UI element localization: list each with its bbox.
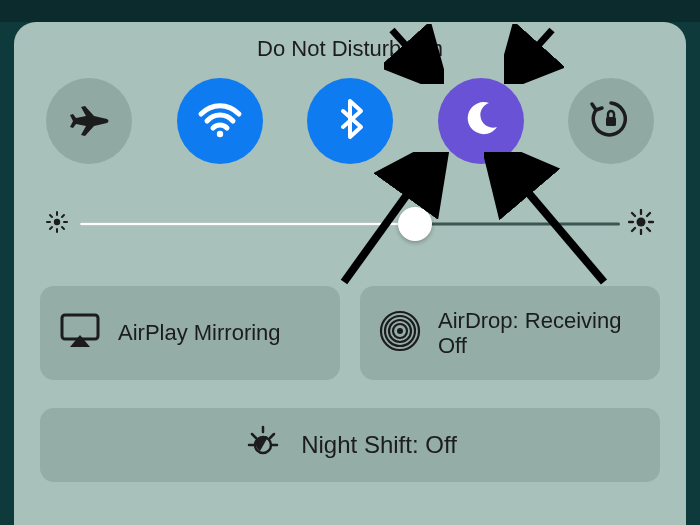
airdrop-label: AirDrop: Receiving Off [438, 308, 642, 359]
bluetooth-toggle[interactable] [307, 78, 393, 164]
airplane-mode-toggle[interactable] [46, 78, 132, 164]
airdrop-button[interactable]: AirDrop: Receiving Off [360, 286, 660, 380]
moon-icon [459, 97, 503, 145]
control-center-panel: Do Not Disturb: On [14, 22, 686, 525]
svg-line-30 [252, 434, 256, 438]
svg-point-2 [54, 219, 60, 225]
brightness-slider[interactable] [50, 200, 650, 248]
night-shift-icon [243, 423, 283, 467]
svg-line-8 [62, 227, 64, 229]
wifi-icon [195, 94, 245, 148]
svg-line-7 [50, 215, 52, 217]
svg-line-9 [50, 227, 52, 229]
brightness-thumb[interactable] [398, 207, 432, 241]
svg-point-21 [397, 328, 403, 334]
svg-point-0 [216, 131, 222, 137]
night-shift-button[interactable]: Night Shift: Off [40, 408, 660, 482]
svg-rect-1 [606, 117, 616, 126]
do-not-disturb-toggle[interactable] [438, 78, 524, 164]
svg-line-19 [647, 213, 650, 216]
svg-line-31 [270, 434, 274, 438]
svg-line-18 [632, 228, 635, 231]
airdrop-icon [378, 309, 422, 357]
brightness-high-icon [628, 209, 654, 239]
brightness-low-icon [46, 211, 68, 237]
airplay-label: AirPlay Mirroring [118, 320, 281, 345]
wifi-toggle[interactable] [177, 78, 263, 164]
svg-line-16 [632, 213, 635, 216]
rotation-lock-toggle[interactable] [568, 78, 654, 164]
airplane-icon [67, 97, 111, 145]
status-title: Do Not Disturb: On [40, 36, 660, 62]
toggle-row [40, 78, 660, 164]
svg-point-11 [637, 218, 646, 227]
brightness-track-fill [80, 223, 415, 226]
wide-button-row: AirPlay Mirroring AirDrop: Receiving Off [40, 286, 660, 380]
rotation-lock-icon [587, 95, 635, 147]
device-status-bar [0, 0, 700, 22]
svg-line-17 [647, 228, 650, 231]
airplay-icon [58, 311, 102, 355]
night-shift-label: Night Shift: Off [301, 431, 457, 459]
svg-line-10 [62, 215, 64, 217]
airplay-button[interactable]: AirPlay Mirroring [40, 286, 340, 380]
bluetooth-icon [328, 97, 372, 145]
